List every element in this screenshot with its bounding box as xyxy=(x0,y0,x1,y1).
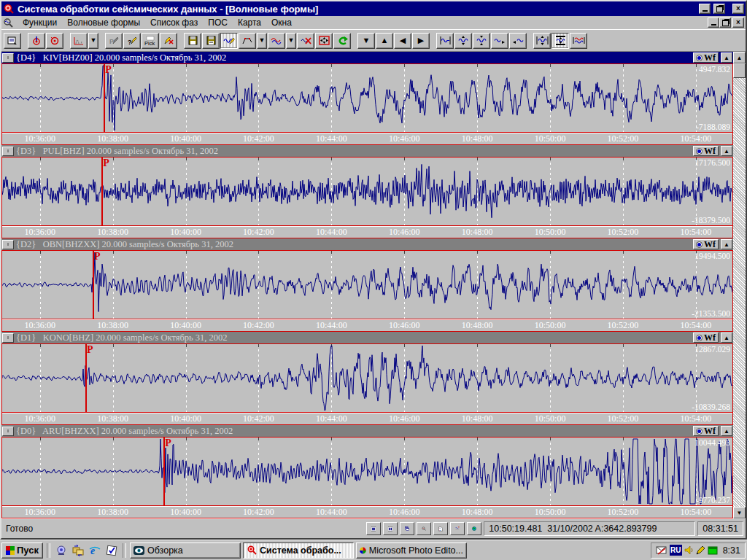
time-tick-label: 10:46:00 xyxy=(389,320,420,331)
language-indicator[interactable]: RU xyxy=(670,545,682,556)
minimize-button[interactable] xyxy=(699,4,711,14)
start-button[interactable]: Пуск xyxy=(1,542,43,559)
panel-scroll-up-button[interactable]: ▲ xyxy=(721,332,732,343)
task-obzorka-button[interactable]: Обзорка xyxy=(130,542,241,559)
seismogram-plot[interactable]: P19494.500-21353.500 xyxy=(2,251,732,319)
save-as-button[interactable] xyxy=(202,33,220,49)
seismogram-plot[interactable]: P4947.832-7188.089 xyxy=(2,64,732,133)
overlay-traces-button[interactable] xyxy=(268,33,285,49)
wf-mode-button[interactable]: Wf xyxy=(693,146,719,156)
panel-minimize-button[interactable] xyxy=(2,240,14,249)
scroll-down-button[interactable]: ▼ xyxy=(733,507,746,518)
amplitude-min-label: -10839.268 xyxy=(692,402,730,411)
restore-button[interactable] xyxy=(713,4,725,14)
seismogram-plot[interactable]: P17176.500-18379.500 xyxy=(2,158,732,226)
amplitude-scale-button[interactable] xyxy=(450,522,465,535)
mdi-minimize-button[interactable] xyxy=(708,18,719,28)
tray-clock[interactable]: 8:31 xyxy=(720,545,740,556)
station-select-button[interactable] xyxy=(28,33,45,49)
menu-functions[interactable]: Функции xyxy=(18,17,62,28)
time-axis: 10:36:0010:38:0010:40:0010:42:0010:44:00… xyxy=(2,226,732,238)
station-deselect-button[interactable] xyxy=(46,33,63,49)
menu-phase-list[interactable]: Список фаз xyxy=(145,17,203,28)
quicklaunch-sync-icon[interactable] xyxy=(71,543,85,558)
document-icon xyxy=(3,18,15,28)
seismogram-plot[interactable]: P12867.029-10839.268 xyxy=(2,344,732,413)
zoom-time-expand-button[interactable] xyxy=(436,33,454,49)
menu-waveforms[interactable]: Волновые формы xyxy=(62,17,145,28)
vertical-scrollbar[interactable]: ▲ ▼ xyxy=(733,52,746,518)
close-button[interactable]: × xyxy=(732,4,744,14)
overlay-dropdown[interactable]: ▼ xyxy=(286,33,296,49)
quicklaunch-tasks-icon[interactable] xyxy=(104,543,119,558)
menu-windows[interactable]: Окна xyxy=(266,17,297,28)
application-window: Система обработки сейсмических данных - … xyxy=(0,0,747,540)
mail-notify-icon[interactable] xyxy=(656,545,667,555)
panel-minimize-button[interactable] xyxy=(2,427,14,436)
mdi-close-button[interactable]: × xyxy=(732,18,744,28)
seismogram-plot[interactable]: P10044.493-9770.237 xyxy=(2,438,732,506)
properties-button[interactable] xyxy=(4,33,21,49)
panel-minimize-button[interactable] xyxy=(2,333,14,343)
globe-button[interactable] xyxy=(467,522,481,535)
shift-trace-left-button[interactable] xyxy=(509,33,527,49)
pen-tool-icon[interactable] xyxy=(696,545,705,555)
wf-mode-button[interactable]: Wf xyxy=(693,332,719,343)
task-photo-editor-button[interactable]: Microsoft Photo Edito... xyxy=(356,542,467,559)
zoom-waveform-button[interactable] xyxy=(417,522,431,535)
shift-trace-right-button[interactable] xyxy=(491,33,508,49)
spectrogram-button[interactable] xyxy=(70,33,88,49)
volume-icon[interactable] xyxy=(684,545,694,555)
fit-all-traces-button[interactable] xyxy=(533,33,551,49)
quicklaunch-ie-icon[interactable]: e xyxy=(88,543,102,558)
wf-mode-button[interactable]: Wf xyxy=(693,239,719,249)
panel-minimize-button[interactable] xyxy=(2,53,14,63)
panel-scroll-up-button[interactable]: ▲ xyxy=(721,239,732,249)
panel-minimize-button[interactable] xyxy=(2,147,14,156)
pick-p-button[interactable]: P xyxy=(105,33,123,49)
time-tick-label: 10:44:00 xyxy=(316,507,347,518)
panel-title: {D3} PUL[BHZ] 20.000 samples/s Октябрь 3… xyxy=(16,146,691,157)
menu-map[interactable]: Карта xyxy=(233,17,266,28)
time-tick-label: 10:46:00 xyxy=(389,507,420,518)
tile-horizontal-button[interactable] xyxy=(366,522,381,535)
pick-unknown-button[interactable]: ? xyxy=(123,33,141,49)
display-monitor-icon[interactable] xyxy=(708,546,718,555)
scroll-track[interactable] xyxy=(733,78,746,507)
mdi-restore-button[interactable] xyxy=(719,18,731,28)
panel-scroll-up-button[interactable]: ▲ xyxy=(721,146,732,156)
align-traces-button[interactable] xyxy=(570,33,587,49)
move-up-button[interactable]: ▲ xyxy=(376,33,393,49)
tile-vertical-button[interactable] xyxy=(383,522,398,535)
draw-waveform-toggle[interactable] xyxy=(220,33,238,49)
polyline-button[interactable] xyxy=(239,33,256,49)
scroll-up-button[interactable]: ▲ xyxy=(733,52,746,63)
waveform-area: {D4} KIV[BHZ00] 20.000 samples/s Октябрь… xyxy=(1,52,746,518)
move-left-button[interactable]: ◀ xyxy=(394,33,411,49)
panel-scroll-up-button[interactable]: ▲ xyxy=(721,426,732,436)
wf-mode-button[interactable]: Wf xyxy=(693,52,719,63)
fit-window-button[interactable] xyxy=(315,33,333,49)
zoom-amp-decrease-button[interactable] xyxy=(454,33,472,49)
move-down-button[interactable]: ▼ xyxy=(357,33,375,49)
task-seismic-system-button[interactable]: Система обрабо... xyxy=(243,542,354,559)
wf-mode-button[interactable]: Wf xyxy=(693,426,719,436)
clear-traces-button[interactable] xyxy=(297,33,314,49)
amplitude-max-label: 10044.493 xyxy=(694,438,730,447)
undo-button[interactable] xyxy=(333,33,351,49)
save-button[interactable] xyxy=(184,33,201,49)
polyline-dropdown[interactable]: ▼ xyxy=(257,33,267,49)
quicklaunch-desktop-icon[interactable] xyxy=(54,543,69,558)
fit-vertical-toggle[interactable] xyxy=(551,33,569,49)
scroll-thumb[interactable] xyxy=(733,63,746,78)
phase-list-button[interactable]: P+S- xyxy=(433,522,448,535)
delete-pick-button[interactable] xyxy=(160,33,177,49)
pick-button[interactable]: Pick xyxy=(142,33,159,49)
move-right-button[interactable]: ▶ xyxy=(412,33,430,49)
spectrogram-dropdown[interactable]: ▼ xyxy=(88,33,98,49)
panel-scroll-up-button[interactable]: ▲ xyxy=(721,52,732,63)
cascade-windows-button[interactable] xyxy=(400,522,414,535)
svg-text:P: P xyxy=(109,38,114,45)
menu-pos[interactable]: ПОС xyxy=(203,17,233,28)
zoom-amp-increase-button[interactable] xyxy=(473,33,490,49)
